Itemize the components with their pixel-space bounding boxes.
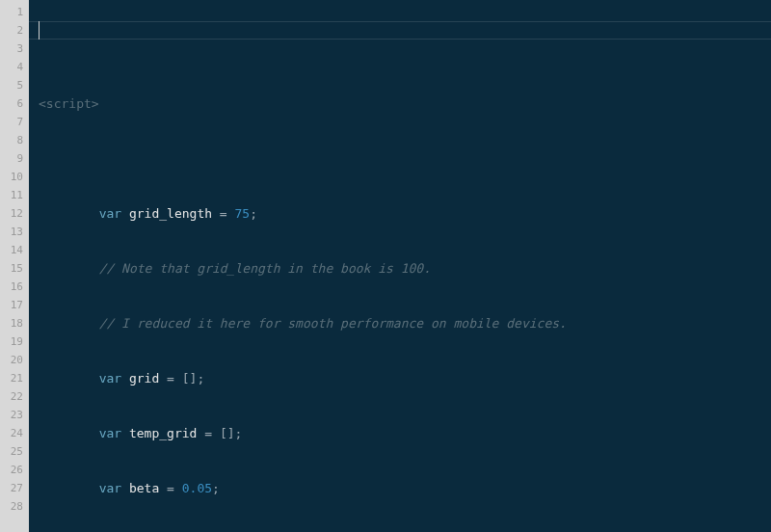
- line-number: 4: [0, 58, 23, 76]
- code-line[interactable]: var grid = [];: [39, 369, 771, 387]
- line-number: 28: [0, 497, 23, 516]
- line-number: 19: [0, 332, 23, 351]
- code-line[interactable]: var grid_length = 75;: [39, 204, 771, 223]
- line-number: 9: [0, 149, 23, 168]
- line-number: 11: [0, 186, 23, 204]
- code-line[interactable]: var beta = 0.05;: [39, 479, 771, 497]
- line-number: 8: [0, 131, 23, 149]
- code-editor[interactable]: 1234567891011121314151617181920212223242…: [0, 0, 771, 532]
- line-number-gutter: 1234567891011121314151617181920212223242…: [0, 0, 29, 532]
- code-line[interactable]: var temp_grid = [];: [39, 424, 771, 442]
- line-number: 2: [0, 21, 23, 40]
- code-line[interactable]: [39, 149, 771, 168]
- line-number: 10: [0, 168, 23, 186]
- line-number: 1: [0, 3, 23, 21]
- line-number: 24: [0, 424, 23, 442]
- line-number: 23: [0, 406, 23, 424]
- line-number: 14: [0, 241, 23, 259]
- line-number: 20: [0, 351, 23, 369]
- line-number: 13: [0, 223, 23, 241]
- line-number: 25: [0, 442, 23, 461]
- active-line-highlight: [29, 21, 771, 40]
- line-number: 26: [0, 461, 23, 479]
- code-area[interactable]: <script> var grid_length = 75; // Note t…: [29, 0, 771, 532]
- line-number: 3: [0, 40, 23, 58]
- line-number: 18: [0, 314, 23, 332]
- line-number: 15: [0, 259, 23, 278]
- line-number: 12: [0, 204, 23, 223]
- line-number: 5: [0, 76, 23, 94]
- text-caret: [39, 21, 40, 40]
- line-number: 17: [0, 296, 23, 314]
- line-number: 6: [0, 94, 23, 113]
- line-number: 7: [0, 113, 23, 131]
- code-line[interactable]: <script>: [39, 94, 771, 113]
- line-number: 22: [0, 387, 23, 406]
- code-line[interactable]: // I reduced it here for smooth performa…: [39, 314, 771, 332]
- code-line[interactable]: // Note that grid_length in the book is …: [39, 259, 771, 278]
- line-number: 16: [0, 278, 23, 296]
- line-number: 21: [0, 369, 23, 387]
- line-number: 27: [0, 479, 23, 497]
